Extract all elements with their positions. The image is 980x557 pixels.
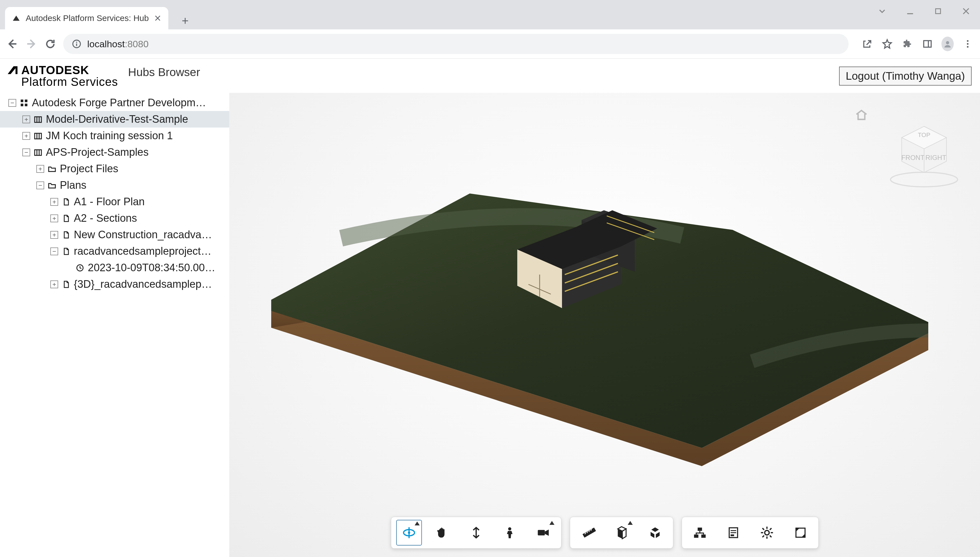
file-icon	[61, 279, 71, 290]
tree-node[interactable]: −Plans	[0, 177, 229, 194]
expand-icon[interactable]: +	[50, 215, 58, 222]
expand-icon[interactable]: +	[22, 116, 30, 123]
viewer-nav-group	[391, 517, 562, 549]
fullscreen-tool[interactable]	[788, 520, 813, 546]
tabs-dropdown-icon[interactable]	[874, 6, 890, 17]
svg-rect-9	[25, 99, 28, 102]
expand-icon[interactable]: +	[50, 231, 58, 239]
collapse-icon[interactable]: −	[22, 148, 30, 156]
viewcube-top-label[interactable]: TOP	[918, 132, 931, 138]
model-browser-tool[interactable]	[687, 520, 713, 546]
flyout-indicator-icon	[549, 521, 554, 525]
viewer-panel-group	[682, 517, 819, 549]
reload-button[interactable]	[44, 38, 57, 50]
back-button[interactable]	[6, 38, 18, 50]
side-panel-icon[interactable]	[921, 38, 934, 50]
viewer-toolbar	[391, 517, 819, 549]
site-info-icon[interactable]	[72, 39, 81, 49]
tree-node-label: New Construction_racadva…	[74, 229, 226, 241]
svg-point-64	[764, 531, 769, 535]
svg-point-6	[967, 43, 969, 45]
viewcube-front-label[interactable]: FRONT	[902, 154, 925, 161]
extensions-icon[interactable]	[901, 38, 913, 50]
svg-rect-18	[35, 150, 41, 155]
tree-node[interactable]: −APS-Project-Samples	[0, 144, 229, 161]
expand-icon[interactable]: +	[22, 132, 30, 140]
project-icon	[33, 114, 43, 124]
expand-icon[interactable]: +	[50, 280, 58, 288]
orbit-tool[interactable]	[396, 520, 422, 546]
expand-icon[interactable]: +	[36, 165, 44, 173]
tree-node[interactable]: +A2 - Sections	[0, 210, 229, 226]
clock-icon	[75, 263, 85, 273]
tree-node[interactable]: +Project Files	[0, 161, 229, 177]
flyout-indicator-icon	[628, 521, 633, 525]
svg-rect-0	[936, 9, 941, 14]
expand-icon[interactable]: +	[50, 198, 58, 206]
browser-tab[interactable]: Autodesk Platform Services: Hub	[5, 7, 168, 29]
sidebar-tree[interactable]: −Autodesk Forge Partner Developm…+Model-…	[0, 93, 229, 557]
tree-node-label: Model-Derivative-Test-Sample	[46, 113, 226, 125]
share-icon[interactable]	[861, 38, 873, 50]
svg-rect-12	[35, 117, 41, 122]
collapse-icon[interactable]: −	[36, 181, 44, 189]
svg-marker-56	[656, 532, 659, 538]
tree-node[interactable]: +Model-Derivative-Test-Sample	[0, 111, 229, 127]
window-minimize-icon[interactable]	[902, 6, 918, 17]
model-scene[interactable]	[271, 166, 928, 487]
forward-button[interactable]	[25, 38, 37, 50]
svg-point-2	[76, 42, 77, 43]
svg-line-71	[770, 528, 772, 530]
svg-marker-55	[650, 532, 654, 538]
svg-marker-75	[801, 534, 805, 537]
file-icon	[61, 197, 71, 207]
settings-tool[interactable]	[754, 520, 780, 546]
flyout-indicator-icon	[415, 521, 420, 525]
window-maximize-icon[interactable]	[930, 6, 946, 17]
properties-tool[interactable]	[721, 520, 746, 546]
tree-node[interactable]: +New Construction_racadva…	[0, 226, 229, 243]
svg-marker-54	[651, 528, 659, 532]
explode-tool[interactable]	[642, 520, 668, 546]
viewcube-right-label[interactable]: RIGHT	[925, 154, 946, 161]
folder-icon	[47, 164, 57, 174]
tree-node[interactable]: −Autodesk Forge Partner Developm…	[0, 94, 229, 111]
tree-node[interactable]: +JM Koch training session 1	[0, 127, 229, 144]
browser-titlebar: Autodesk Platform Services: Hub +	[0, 0, 980, 29]
svg-rect-15	[35, 133, 41, 139]
camera-tool[interactable]	[531, 520, 556, 546]
tree-node-label: A1 - Floor Plan	[74, 196, 226, 208]
profile-avatar-icon[interactable]	[941, 38, 954, 50]
measure-tool[interactable]	[575, 520, 601, 546]
svg-rect-45	[538, 530, 545, 536]
kebab-menu-icon[interactable]	[962, 38, 974, 50]
collapse-icon[interactable]: −	[8, 99, 16, 107]
brand-logo: AUTODESK Platform Services	[7, 64, 118, 88]
tree-node[interactable]: +A1 - Floor Plan	[0, 194, 229, 210]
collapse-icon[interactable]: −	[50, 248, 58, 255]
tree-node-label: Autodesk Forge Partner Developm…	[32, 97, 226, 109]
file-icon	[61, 213, 71, 223]
new-tab-button[interactable]: +	[177, 13, 194, 29]
bookmark-icon[interactable]	[881, 38, 893, 50]
hub-icon	[19, 98, 29, 108]
first-person-tool[interactable]	[497, 520, 523, 546]
home-view-icon[interactable]	[855, 108, 868, 122]
close-tab-icon[interactable]	[154, 14, 161, 22]
svg-point-43	[408, 531, 410, 534]
brand-line1: AUTODESK	[21, 64, 89, 76]
tree-node[interactable]: +{3D}_racadvancedsamplep…	[0, 276, 229, 293]
dolly-tool[interactable]	[463, 520, 489, 546]
window-close-icon[interactable]	[958, 6, 974, 17]
tree-node[interactable]: 2023-10-09T08:34:50.00…	[0, 259, 229, 276]
section-tool[interactable]	[609, 520, 635, 546]
tree-node-label: {3D}_racadvancedsamplep…	[74, 278, 226, 290]
logout-button[interactable]: Logout (Timothy Wanga)	[839, 67, 972, 86]
svg-rect-11	[25, 103, 28, 106]
pan-tool[interactable]	[430, 520, 456, 546]
tree-node[interactable]: −racadvancedsampleproject…	[0, 243, 229, 259]
svg-rect-59	[701, 535, 706, 538]
model-viewer[interactable]: TOP FRONT RIGHT	[229, 93, 980, 557]
tab-title: Autodesk Platform Services: Hub	[26, 13, 149, 23]
url-input[interactable]: localhost:8080	[63, 34, 848, 54]
